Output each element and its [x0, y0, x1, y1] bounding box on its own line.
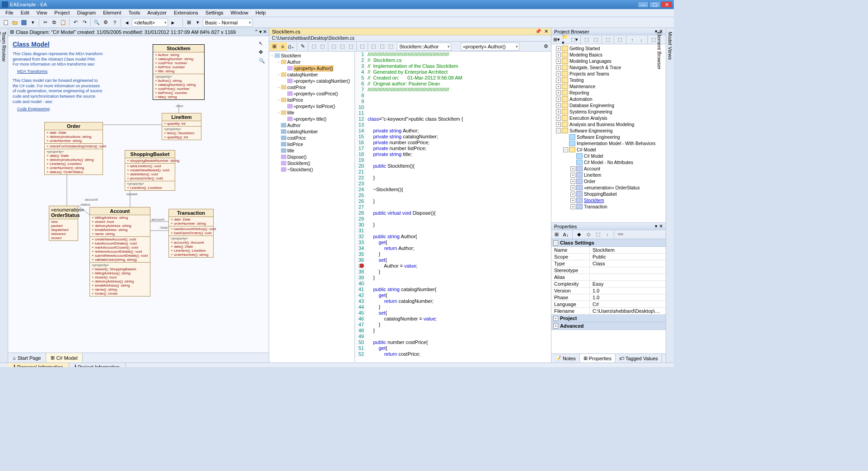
code-line[interactable]: 41 public string catalogNumber{ [355, 287, 551, 292]
pt-cat[interactable]: ⊞ [552, 231, 560, 239]
menu-edit[interactable]: Edit [17, 9, 33, 17]
code-line[interactable]: 35 } [355, 251, 551, 257]
code-tb-8[interactable]: ⬚ [338, 42, 346, 51]
props-row[interactable]: Phase1.0 [551, 294, 666, 301]
tree-node[interactable]: Dispose() [270, 154, 354, 160]
bt-3[interactable]: ⬚▾ [570, 36, 579, 44]
menu-project[interactable]: Project [51, 9, 73, 17]
props-row[interactable]: TypeClass [551, 260, 666, 267]
tree-node[interactable]: ~StockItem() [270, 166, 354, 173]
props-row[interactable]: Alias [551, 274, 666, 281]
layout-button[interactable]: ⊞ [185, 19, 193, 27]
menu-tools[interactable]: Tools [125, 9, 144, 17]
browser-node[interactable]: +ShoppingBasket [552, 191, 665, 197]
browser-node[interactable]: C# Model [552, 153, 665, 159]
class-stockitem[interactable]: StockItem + Author :string+ catalogNumbe… [153, 44, 205, 100]
code-link[interactable]: Code Engineering [17, 107, 103, 111]
tree-node[interactable]: «property» title() [270, 116, 354, 122]
tree-node[interactable]: title [270, 147, 354, 154]
browser-node[interactable]: +Reporting [552, 89, 665, 96]
props-row[interactable]: LanguageC# [551, 301, 666, 308]
tagged-tab[interactable]: 🏷Tagged Values [616, 354, 662, 363]
code-line[interactable]: 32 public string Author{ [355, 234, 551, 240]
browser-node[interactable]: Software Engineering [552, 134, 665, 140]
csharp-model-tab[interactable]: ⊞C# Model [46, 353, 83, 363]
code-tb-4[interactable]: ✎ [299, 42, 307, 51]
browser-node[interactable]: −C# Model [552, 146, 665, 153]
menu-view[interactable]: View [33, 9, 51, 17]
browser-node[interactable]: +Systems Engineering [552, 108, 665, 115]
code-line[interactable]: 8 [355, 93, 551, 99]
browser-node[interactable]: +Projects and Teams [552, 71, 665, 77]
code-line[interactable]: 2// StockItem.cs [355, 57, 551, 63]
code-line[interactable]: 12class="c-keyword">public class StockIt… [355, 116, 551, 122]
code-line[interactable]: 15 private string catalogNumber; [355, 134, 551, 140]
close-code-icon[interactable]: ✕ [544, 28, 548, 34]
code-tb-1[interactable]: ⊞ [270, 42, 278, 51]
pt-6[interactable]: ↑ [603, 231, 611, 239]
code-line[interactable]: 5// Created on: 01-Mar-2012 9:56:08 AM [355, 75, 551, 81]
code-line[interactable]: 39 } [355, 275, 551, 281]
class-transaction[interactable]: Transaction + date :Date+ orderNumber :s… [168, 209, 214, 258]
class-account[interactable]: Account + billingAddress :string+ closed… [89, 207, 150, 297]
browser-node[interactable]: +Navigate, Search & Trace [552, 64, 665, 71]
code-line[interactable]: 21 [355, 169, 551, 175]
browser-node[interactable]: +StockItem [552, 197, 665, 203]
code-tree[interactable]: −StockItem−Author«property» Author()−cat… [269, 52, 355, 363]
code-line[interactable]: 44 } [355, 304, 551, 310]
personal-info-tab[interactable]: ℹPersonal Information [8, 363, 69, 367]
pt-3[interactable]: ◆ [575, 231, 583, 239]
tree-node[interactable]: «property» Author() [270, 65, 354, 71]
diagram-canvas[interactable]: Class Model This Class diagram represent… [8, 36, 269, 353]
code-line[interactable]: 7///////////////////////////////////////… [355, 87, 551, 93]
nav-fwd-button[interactable]: ► [169, 19, 177, 27]
code-tb-12[interactable]: ⬚ [378, 42, 386, 51]
code-line[interactable]: 40 [355, 281, 551, 287]
right-side-tabs[interactable]: Model ViewsElement Browser [666, 28, 674, 363]
tree-node[interactable]: −title [270, 109, 354, 116]
style-combo[interactable]: Basic - Normal [203, 19, 252, 27]
code-line[interactable]: 49 [355, 334, 551, 339]
code-line[interactable]: 4// Generated by Enterprise Architect [355, 69, 551, 75]
tree-node[interactable]: costPrice [270, 135, 354, 141]
code-tb-13[interactable]: ⬚ [387, 42, 395, 51]
browser-node[interactable]: +Testing [552, 77, 665, 83]
code-line[interactable]: 13 [355, 122, 551, 128]
code-line[interactable]: 36 set{ [355, 257, 551, 263]
close-button[interactable]: ✕ [661, 1, 672, 8]
code-line[interactable]: 6// Original author: Paulene Dean [355, 81, 551, 87]
browser-node[interactable]: +Account [552, 165, 665, 172]
code-tb-3[interactable]: ⎙▾ [287, 42, 295, 51]
pt-5[interactable]: ⬚ [594, 231, 602, 239]
save-button[interactable] [20, 19, 28, 27]
menu-analyzer[interactable]: Analyzer [144, 9, 170, 17]
code-tb-9[interactable]: ⬚ [347, 42, 355, 51]
browser-node[interactable]: +Order [552, 178, 665, 184]
bt-5[interactable]: ⬚ [592, 36, 600, 44]
code-line[interactable]: 50 public number costPrice{ [355, 339, 551, 345]
cursor-tool-icon[interactable]: ↖ [259, 41, 265, 47]
minimize-button[interactable]: — [638, 1, 649, 8]
project-info-tab[interactable]: ℹProject Information [69, 363, 126, 367]
code-line[interactable]: 17 private number listPrice; [355, 146, 551, 151]
props-row[interactable]: Version1.0 [551, 287, 666, 294]
code-line[interactable]: 37 Author = value; [355, 263, 551, 269]
menu-settings[interactable]: Settings [202, 9, 227, 17]
browser-node[interactable]: +Modeling Languages [552, 58, 665, 64]
props-row[interactable]: ComplexityEasy [551, 281, 666, 287]
code-scope-combo[interactable]: StockItem::Author [397, 42, 451, 51]
properties-tab[interactable]: ⊞Properties [580, 354, 616, 363]
undo-button[interactable]: ↶ [71, 19, 79, 27]
menu-file[interactable]: File [2, 9, 17, 17]
find-button[interactable]: 🔍 [93, 19, 101, 27]
props-row[interactable]: ScopePublic [551, 254, 666, 260]
bt-6[interactable]: ⬚ [604, 36, 612, 44]
bt-7[interactable]: ⬚ [616, 36, 624, 44]
tree-node[interactable]: «property» listPrice() [270, 103, 354, 109]
browser-node[interactable]: +Modeling Basics [552, 52, 665, 58]
browser-node[interactable]: Implementation Model - With Behaviors [552, 140, 665, 146]
tree-node[interactable]: −StockItem [270, 52, 354, 59]
close-diagram-icon[interactable]: ✕ [263, 29, 267, 35]
code-tb-6[interactable]: ⬚ [318, 42, 327, 51]
code-line[interactable]: 43 return catalogNumber; [355, 298, 551, 304]
